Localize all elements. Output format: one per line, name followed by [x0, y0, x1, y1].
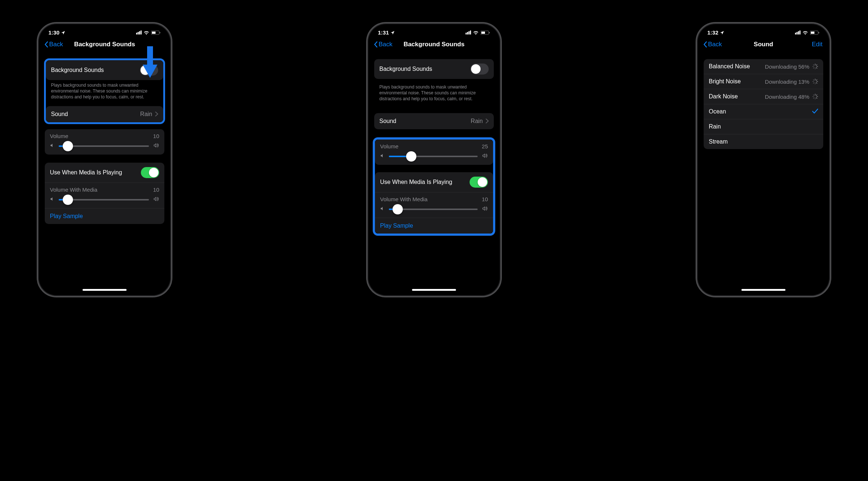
use-when-media-toggle[interactable]	[470, 177, 488, 188]
highlight-box-bottom: Volume 25	[373, 137, 495, 236]
volume-high-icon	[481, 206, 488, 213]
background-sounds-description: Plays background sounds to mask unwanted…	[374, 82, 494, 106]
volume-label: Volume	[50, 133, 68, 139]
svg-line-17	[813, 65, 814, 65]
location-icon	[720, 30, 724, 35]
svg-rect-9	[818, 32, 819, 33]
chevron-right-icon	[486, 119, 489, 123]
sound-option-label: Bright Noise	[709, 78, 741, 85]
sound-option[interactable]: Bright NoiseDownloading 13%	[704, 74, 823, 89]
spinner-icon	[812, 64, 818, 69]
volume-media-slider[interactable]	[59, 199, 149, 200]
svg-rect-6	[489, 32, 490, 33]
volume-low-icon	[380, 206, 385, 213]
volume-slider[interactable]	[59, 145, 149, 147]
background-sounds-toggle[interactable]	[470, 64, 489, 75]
download-status: Downloading 13%	[765, 79, 809, 85]
svg-line-27	[816, 95, 817, 95]
svg-line-15	[813, 68, 814, 68]
volume-slider[interactable]	[389, 156, 478, 157]
sound-option-label: Balanced Noise	[709, 63, 750, 70]
chevron-right-icon	[155, 112, 158, 116]
phone-mock-3: 1:32 Back Sound Edit Balanced NoiseDownl…	[696, 22, 831, 297]
battery-icon	[810, 30, 820, 35]
use-when-media-label: Use When Media Is Playing	[50, 169, 122, 176]
sound-option-label: Stream	[709, 138, 728, 145]
use-when-media-row[interactable]: Use When Media Is Playing	[45, 163, 164, 182]
chevron-left-icon	[44, 41, 48, 48]
use-when-media-toggle[interactable]	[141, 167, 159, 178]
svg-line-19	[816, 80, 817, 80]
battery-icon	[481, 30, 490, 35]
background-sounds-row[interactable]: Background Sounds	[374, 59, 494, 79]
use-when-media-label: Use When Media Is Playing	[380, 179, 452, 185]
volume-row: Volume 25	[375, 140, 493, 165]
wifi-icon	[143, 30, 149, 35]
svg-rect-2	[160, 32, 160, 33]
volume-high-icon	[153, 196, 159, 203]
volume-media-row: Volume With Media 10	[375, 192, 493, 218]
phone-mock-2: 1:31 Back Background Sounds Background S…	[366, 22, 502, 297]
volume-media-slider[interactable]	[389, 209, 478, 210]
cellular-icon	[466, 30, 471, 35]
sound-value: Rain	[140, 111, 152, 117]
status-time: 1:32	[707, 29, 718, 36]
sound-option[interactable]: Dark NoiseDownloading 48%	[704, 89, 823, 104]
wifi-icon	[473, 30, 479, 35]
volume-media-label: Volume With Media	[380, 196, 427, 202]
sound-option-label: Rain	[709, 123, 721, 130]
svg-rect-1	[152, 32, 156, 34]
sound-row[interactable]: Sound Rain	[46, 106, 163, 122]
sound-row[interactable]: Sound Rain	[374, 113, 494, 129]
sound-list: Balanced NoiseDownloading 56%Bright Nois…	[704, 59, 823, 149]
sound-option[interactable]: Ocean	[704, 104, 823, 119]
volume-label: Volume	[380, 143, 398, 149]
volume-media-row: Volume With Media 10	[45, 182, 164, 208]
nav-bar: Back Background Sounds	[370, 36, 498, 53]
volume-high-icon	[153, 143, 159, 149]
svg-rect-8	[811, 32, 814, 34]
status-bar: 1:32	[699, 26, 828, 36]
sound-option[interactable]: Balanced NoiseDownloading 56%	[704, 59, 823, 74]
volume-media-value: 10	[482, 196, 488, 202]
sound-label: Sound	[51, 111, 68, 117]
phone-mock-1: 1:30 Back Background Sounds	[37, 22, 172, 297]
home-indicator[interactable]	[741, 289, 785, 291]
background-sounds-label: Background Sounds	[379, 66, 432, 72]
back-button[interactable]: Back	[44, 41, 63, 48]
svg-line-23	[813, 83, 814, 83]
download-status: Downloading 56%	[765, 64, 809, 70]
back-button[interactable]: Back	[703, 41, 722, 48]
volume-value: 10	[153, 133, 159, 139]
svg-line-33	[813, 95, 814, 95]
chevron-left-icon	[373, 41, 378, 48]
svg-line-25	[813, 80, 814, 80]
background-sounds-label: Background Sounds	[51, 67, 104, 73]
volume-low-icon	[50, 196, 55, 203]
volume-low-icon	[50, 143, 55, 149]
play-sample-button[interactable]: Play Sample	[45, 208, 164, 224]
location-icon	[390, 30, 395, 35]
volume-high-icon	[481, 153, 488, 160]
svg-rect-3	[147, 46, 153, 65]
cellular-icon	[795, 30, 800, 35]
use-when-media-row[interactable]: Use When Media Is Playing	[375, 172, 493, 192]
play-sample-button[interactable]: Play Sample	[375, 218, 493, 234]
status-time: 1:31	[378, 29, 389, 36]
edit-button[interactable]: Edit	[812, 41, 823, 48]
back-button[interactable]: Back	[373, 41, 393, 48]
background-sounds-description: Plays background sounds to mask unwanted…	[46, 80, 163, 105]
sound-option[interactable]: Stream	[704, 134, 823, 149]
status-bar: 1:30	[40, 26, 169, 36]
back-label: Back	[708, 41, 722, 48]
volume-row: Volume 10	[45, 129, 164, 155]
volume-media-label: Volume With Media	[50, 187, 97, 193]
nav-bar: Back Sound Edit	[699, 36, 828, 53]
wifi-icon	[802, 30, 808, 35]
home-indicator[interactable]	[83, 289, 127, 291]
volume-media-value: 10	[153, 187, 159, 193]
cellular-icon	[136, 30, 142, 35]
home-indicator[interactable]	[412, 289, 456, 291]
svg-line-21	[816, 83, 817, 83]
sound-option[interactable]: Rain	[704, 119, 823, 134]
